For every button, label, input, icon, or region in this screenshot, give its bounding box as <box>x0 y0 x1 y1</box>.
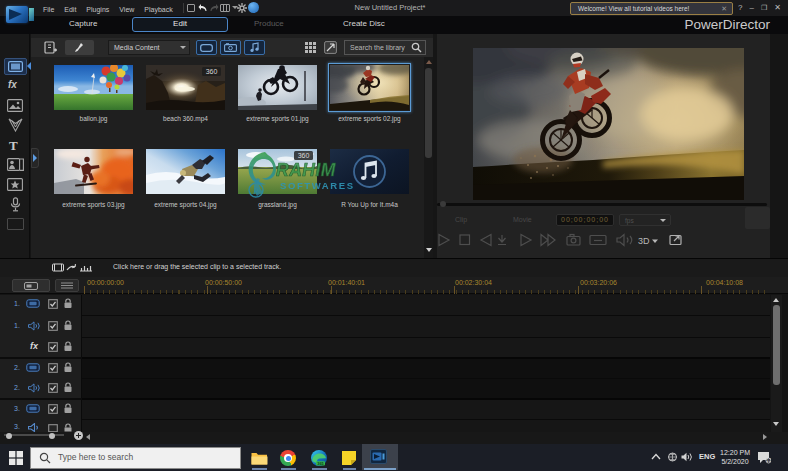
svg-text:360: 360 <box>206 68 218 75</box>
svg-text:SOFTWARES: SOFTWARES <box>280 180 355 191</box>
svg-text:RAHIM: RAHIM <box>276 160 336 180</box>
svg-text:10: 10 <box>766 458 771 463</box>
svg-text:R: R <box>252 186 259 196</box>
svg-text:365: 365 <box>317 462 323 466</box>
svg-text:3D: 3D <box>638 236 650 246</box>
